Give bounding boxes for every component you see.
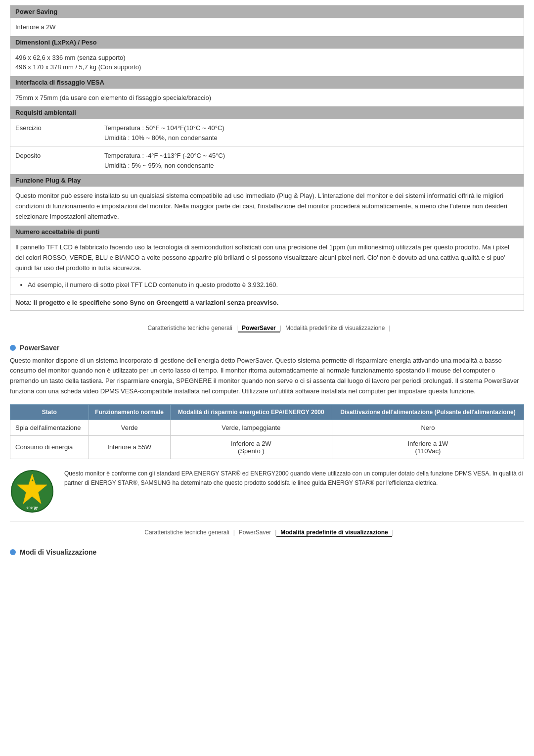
table-cell-consumo-label: Consumo di energia [10, 435, 89, 459]
spec-content-numero: Il pannello TFT LCD è fabbricato facendo… [10, 238, 524, 277]
modi-dot [10, 549, 16, 555]
tab-nav-bottom: Caratteristiche tecniche generali | Powe… [10, 521, 524, 541]
tab-sep-3: | [389, 325, 390, 331]
spec-content-dimensioni: 496 x 62,6 x 336 mm (senza supporto) 496… [10, 48, 524, 76]
tab-powersaver-top[interactable]: PowerSaver [238, 325, 280, 332]
spec-bullet-row: Ad esempio, il numero di sotto pixel TFT… [10, 278, 524, 294]
svg-text:energy: energy [27, 506, 38, 510]
table-cell-consumo-1w: Inferiore a 1W (110Vac) [332, 435, 524, 459]
powersaver-dot [10, 345, 16, 351]
tab-caratteristiche-bottom[interactable]: Caratteristiche tecniche generali [140, 529, 233, 536]
spec-header-vesa: Interfaccia di fissaggio VESA [10, 76, 524, 89]
spec-bullet-item: Ad esempio, il numero di sotto pixel TFT… [28, 280, 519, 290]
spec-header-requisiti: Requisiti ambientali [10, 106, 524, 119]
spec-row-esercizio: Esercizio Temperatura : 50°F ~ 104°F(10°… [10, 119, 524, 146]
table-cell-spia-label: Spia dell'alimentazione [10, 420, 89, 435]
modi-title-row: Modi di Visualizzazione [10, 548, 524, 556]
tab-caratteristiche-top[interactable]: Caratteristiche tecniche generali [144, 325, 236, 331]
table-row-spia: Spia dell'alimentazione Verde Verde, lam… [10, 420, 524, 435]
tab-sep-bottom-3: | [392, 529, 394, 536]
spec-content-vesa: 75mm x 75mm (da usare con elemento di fi… [10, 89, 524, 107]
table-header-funzionamento: Funzionamento normale [89, 404, 170, 420]
spec-header-power-saving: Power Saving [10, 5, 524, 18]
spec-content-plug-play: Questo monitor può essere installato su … [10, 187, 524, 226]
table-cell-spia-verde: Verde [89, 420, 170, 435]
tab-modalita-bottom[interactable]: Modalità predefinite di visualizzazione [276, 529, 392, 537]
tab-modalita-top[interactable]: Modalità predefinite di visualizzazione [281, 325, 389, 331]
spec-content-power-saving: Inferiore a 2W [10, 18, 524, 36]
table-header-modalita: Modalità di risparmio energetico EPA/ENE… [170, 404, 332, 420]
powersaver-title-row: PowerSaver [10, 344, 524, 352]
powersaver-title: PowerSaver [20, 344, 59, 352]
spec-label-esercizio: Esercizio [15, 123, 104, 142]
table-header-disattivazione: Disattivazione dell'alimentazione (Pulsa… [332, 404, 524, 420]
tab-powersaver-bottom[interactable]: PowerSaver [235, 529, 275, 536]
spec-value-esercizio: Temperatura : 50°F ~ 104°F(10°C ~ 40°C) … [104, 123, 519, 142]
energy-star-text: Questo monitor è conforme con gli standa… [64, 469, 524, 488]
spec-header-numero: Numero accettabile di punti [10, 226, 524, 238]
page-container: Power Saving Inferiore a 2W Dimensioni (… [0, 5, 534, 556]
table-cell-consumo-55w: Inferiore a 55W [89, 435, 170, 459]
powersaver-description: Questo monitor dispone di un sistema inc… [10, 356, 524, 397]
spec-header-plug-play: Funzione Plug & Play [10, 174, 524, 187]
powersaver-table: Stato Funzionamento normale Modalità di … [10, 404, 524, 459]
spec-header-dimensioni: Dimensioni (LxPxA) / Peso [10, 36, 524, 48]
spec-row-deposito: Deposito Temperatura : -4°F ~113°F (-20°… [10, 146, 524, 174]
table-cell-spia-nero: Nero [332, 420, 524, 435]
table-header-stato: Stato [10, 404, 89, 420]
spec-label-deposito: Deposito [15, 151, 104, 170]
table-row-consumo: Consumo di energia Inferiore a 55W Infer… [10, 435, 524, 459]
spec-value-deposito: Temperatura : -4°F ~113°F (-20°C ~ 45°C)… [104, 151, 519, 170]
tab-nav-top: Caratteristiche tecniche generali | Powe… [0, 316, 534, 336]
modi-section: Modi di Visualizzazione [10, 548, 524, 556]
spec-nota: Nota: Il progetto e le specifiehe sono S… [10, 294, 524, 310]
powersaver-section: PowerSaver Questo monitor dispone di un … [10, 344, 524, 514]
energy-star-logo: energy ★ [10, 469, 54, 514]
modi-title: Modi di Visualizzazione [20, 548, 96, 556]
table-cell-consumo-2w: Inferiore a 2W (Spento ) [170, 435, 332, 459]
energy-star-row: energy ★ Questo monitor è conforme con g… [10, 469, 524, 514]
table-cell-spia-lamp: Verde, lampeggiante [170, 420, 332, 435]
specs-table: Power Saving Inferiore a 2W Dimensioni (… [10, 5, 524, 311]
